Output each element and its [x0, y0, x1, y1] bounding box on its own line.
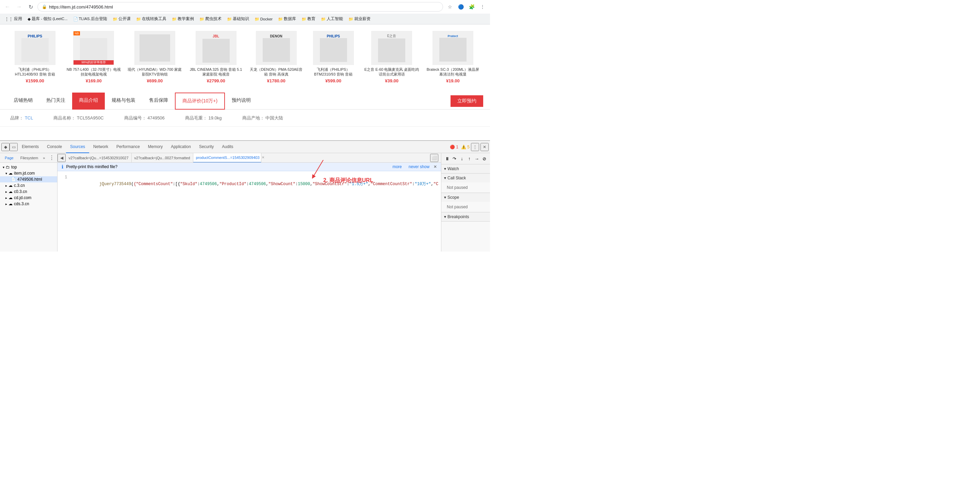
promo-badge: 98%的好评率推荐 — [73, 60, 114, 65]
devtools-inspect-icon[interactable]: ◆ — [2, 143, 10, 151]
expand-icon-c3: ▸ — [5, 184, 7, 188]
extension-icon[interactable]: 🧩 — [467, 2, 476, 11]
scope-expand-icon: ▾ — [444, 195, 446, 200]
bookmark-apps[interactable]: ⋮⋮ 应用 — [3, 15, 24, 22]
apps-icon: ⋮⋮ — [5, 17, 13, 21]
call-stack-header[interactable]: ▾ Call Stack — [441, 174, 490, 182]
tree-item-cdjd[interactable]: ▸ ☁ cd.jd.com — [0, 195, 57, 201]
bookmark-docker[interactable]: 📁 Docker — [253, 16, 275, 22]
file-tree-tabs: Page Filesystem » ⋮ — [0, 153, 57, 163]
bookmark-star-button[interactable]: ☆ — [445, 2, 455, 11]
tree-item-html[interactable]: 📄 4749506.html — [0, 176, 57, 182]
product-name-0: 飞利浦（PHILIPS）HTL3140B/93 音响 音箱 — [10, 67, 60, 77]
code-content: jQuery7735449({"CommentsCount":[{"SkuId"… — [70, 174, 438, 194]
tab-elements[interactable]: Elements — [18, 141, 43, 153]
bookmark-basics[interactable]: 📁 基础知识 — [225, 15, 251, 22]
reserve-button[interactable]: 立即预约 — [450, 95, 483, 107]
brand-label-7: Pratect — [448, 34, 458, 38]
product-item-7[interactable]: Pratect Brateck SC-3（200ML）液晶屏幕清洁剂 电视显 ¥… — [423, 28, 483, 89]
editor-nav-back-icon[interactable]: ◀ — [57, 154, 66, 162]
bookmark-tlias[interactable]: 📄 TLIAS.后台登陆 — [71, 15, 109, 22]
brand-label-5: PHILIPS — [327, 34, 340, 38]
editor-tab-2[interactable]: productCommentS...=1545302909403 ✕ — [193, 153, 261, 163]
call-stack-section: ▾ Call Stack Not paused — [441, 174, 490, 193]
product-item-3[interactable]: JBL JBL CINEMA 325 音响 音箱 5.1 家庭影院 电视音 ¥2… — [185, 28, 247, 89]
product-item-2[interactable]: 现代（HYUNDAI）WD-700 家庭影院KTV音响组 ¥699.00 — [124, 28, 185, 89]
bookmark-teaching[interactable]: 📁 教学案例 — [170, 15, 196, 22]
devtools-close-icon[interactable]: ✕ — [480, 143, 488, 151]
tab-performance[interactable]: Performance — [112, 141, 144, 153]
pretty-print-close-icon[interactable]: ✕ — [434, 164, 437, 169]
step-out-button[interactable]: ↑ — [466, 154, 473, 163]
product-item-4[interactable]: DENON 天龙（DENON）PMA-520AE音箱 音响 高保真 ¥1780.… — [247, 28, 306, 89]
never-show-link-text[interactable]: never show — [409, 164, 430, 169]
product-item-0[interactable]: PHILIPS 飞利浦（PHILIPS）HTL3140B/93 音响 音箱 ¥1… — [7, 28, 63, 89]
bookmark-icon-7: 📁 — [227, 17, 232, 21]
product-price-6: ¥39.00 — [364, 78, 420, 83]
tab-reservation[interactable]: 预约说明 — [225, 92, 258, 110]
tab-store-hot[interactable]: 店铺热销 — [7, 92, 40, 110]
editor-tab-1[interactable]: v2?callback=jQu...0027:formatted — [132, 153, 193, 163]
scope-header[interactable]: ▾ Scope — [441, 193, 490, 202]
cloud-icon-c03: ☁ — [8, 189, 13, 194]
tab-memory[interactable]: Memory — [144, 141, 167, 153]
devtools-more-icon[interactable]: ⋮ — [471, 143, 479, 151]
profile-icon-button[interactable]: 🔵 — [456, 2, 466, 11]
refresh-button[interactable]: ↻ — [26, 2, 35, 11]
product-item-6[interactable]: E之音 E之音 E-60 电脑麦克风 桌面吃鸡话筒台式家用语 ¥39.00 — [361, 28, 423, 89]
tab-product-intro[interactable]: 商品介绍 — [72, 92, 105, 110]
tree-item-cds3cn[interactable]: ▸ ☁ cds.3.cn — [0, 201, 57, 207]
tab-spec[interactable]: 规格与包装 — [105, 92, 142, 110]
tab-reviews[interactable]: 商品评价(10万+) — [175, 92, 225, 110]
url-text: https://item.jd.com/4749506.html — [49, 5, 439, 10]
pause-button[interactable]: ⏸ — [444, 154, 450, 163]
step-button[interactable]: → — [474, 154, 480, 163]
forward-button[interactable]: → — [14, 2, 24, 11]
file-tree-tab-filesystem[interactable]: Filesystem — [18, 155, 40, 161]
tab-network[interactable]: Network — [89, 141, 112, 153]
step-over-button[interactable]: ↷ — [452, 154, 458, 163]
bookmark-opencourse[interactable]: 📁 公开课 — [111, 15, 133, 22]
more-link[interactable]: more — [392, 164, 401, 169]
file-tree-tab-page[interactable]: Page — [3, 155, 16, 161]
tree-item-top[interactable]: ▾ 🗀 top — [0, 164, 57, 170]
bookmark-ai[interactable]: 📁 人工智能 — [319, 15, 345, 22]
address-bar[interactable]: 🔒 https://item.jd.com/4749506.html — [37, 2, 443, 11]
bookmark-icon-8: 📁 — [255, 17, 259, 21]
devtools-device-icon[interactable]: ▭ — [10, 143, 18, 151]
deactivate-breakpoints-button[interactable]: ⊘ — [481, 154, 487, 163]
bookmark-spider[interactable]: 📁 爬虫技术 — [197, 15, 224, 22]
breakpoints-expand-icon: ▾ — [444, 215, 446, 219]
tab-hot-attention[interactable]: 热门关注 — [40, 92, 72, 110]
step-into-button[interactable]: ↓ — [459, 154, 465, 163]
file-tree-overflow-icon[interactable]: » — [43, 156, 45, 160]
file-tree-menu-icon[interactable]: ⋮ — [49, 154, 54, 161]
tab-application[interactable]: Application — [167, 141, 195, 153]
new-badge: NB — [73, 31, 80, 35]
watch-section-header[interactable]: ▾ Watch — [441, 164, 490, 173]
tree-item-c03cn[interactable]: ▸ ☁ c0.3.cn — [0, 189, 57, 195]
product-item-5[interactable]: PHILIPS 飞利浦（PHILIPS）BTM2310/93 音响 音箱 ¥59… — [306, 28, 361, 89]
bookmark-salary[interactable]: 📁 就业薪资 — [347, 15, 372, 22]
more-options-button[interactable]: ⋮ — [478, 2, 487, 11]
bookmark-db[interactable]: 📁 数据库 — [276, 15, 298, 22]
devtools-tab-bar: ◆ ▭ Elements Console Sources Network Per… — [0, 141, 490, 153]
tab-sources[interactable]: Sources — [66, 141, 89, 153]
product-price-2: ¥699.00 — [127, 78, 182, 83]
bookmark-converter[interactable]: 📁 在线转换工具 — [134, 15, 169, 22]
tree-item-jd[interactable]: ▾ ☁ item.jd.com — [0, 170, 57, 176]
tab-after-sales[interactable]: 售后保障 — [142, 92, 175, 110]
back-button[interactable]: ← — [3, 2, 12, 11]
bookmark-leetcode[interactable]: ◆ 题库 - 领扣 (LeetC... — [25, 15, 70, 22]
tab-console[interactable]: Console — [43, 141, 66, 153]
tab-audits[interactable]: Audits — [218, 141, 237, 153]
bookmark-edu[interactable]: 📁 教育 — [299, 15, 318, 22]
editor-expand-icon[interactable]: ⬜ — [430, 154, 438, 162]
tab-security[interactable]: Security — [195, 141, 218, 153]
breakpoints-header[interactable]: ▾ Breakpoints — [441, 212, 490, 221]
product-item-1[interactable]: NB 98%的好评率推荐 NB 757-L400（32-70英寸）电视挂架电视架… — [63, 28, 124, 89]
product-image-1: NB 98%的好评率推荐 — [73, 31, 114, 65]
editor-tab-close-icon[interactable]: ✕ — [262, 156, 264, 159]
editor-tab-0[interactable]: v2?callback=jQu...=1545302910027 — [66, 153, 131, 163]
tree-item-c3cn[interactable]: ▸ ☁ c.3.cn — [0, 182, 57, 189]
